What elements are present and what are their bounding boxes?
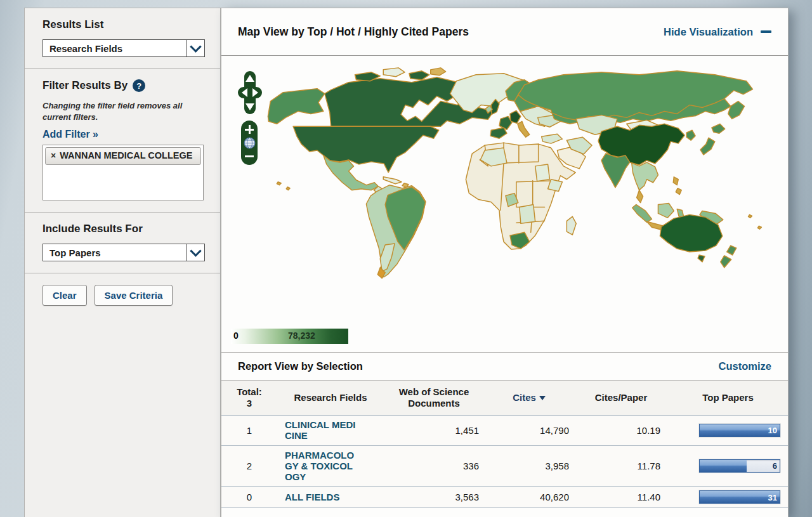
col-header-top-papers: Top Papers: [668, 392, 788, 403]
col-header-wos-documents: Web of Science Documents: [384, 386, 484, 409]
filter-chip[interactable]: × WANNAN MEDICAL COLLEGE: [45, 147, 201, 165]
include-results-select[interactable]: Top Papers: [43, 244, 205, 261]
plus-icon: [245, 125, 254, 134]
map-view-title: Map View by Top / Hot / Highly Cited Pap…: [238, 25, 469, 39]
report-header: Report View by Selection Customize: [221, 352, 788, 381]
row-rank: 1: [221, 425, 277, 436]
filter-title: Filter Results By: [43, 79, 128, 92]
include-results-section: Include Results For Top Papers: [25, 212, 220, 273]
row-cites: 14,790: [484, 425, 574, 436]
sort-desc-icon: [539, 396, 546, 400]
chevron-down-icon: [186, 244, 204, 261]
clear-button[interactable]: Clear: [43, 285, 87, 306]
globe-icon: [244, 137, 256, 149]
top-papers-bar: 6: [699, 459, 780, 473]
sidebar-buttons: Clear Save Criteria: [25, 273, 220, 317]
row-cites-per-paper: 11.40: [574, 492, 668, 502]
world-map[interactable]: [221, 56, 788, 352]
top-papers-value: 10: [768, 426, 777, 435]
research-field-link[interactable]: ALL FIELDS: [285, 492, 356, 502]
map-area: 0 78,232: [221, 56, 788, 352]
top-papers-bar: 10: [699, 424, 780, 437]
filter-note: Changing the filter field removes all cu…: [43, 100, 205, 122]
top-papers-bar: 31: [699, 490, 780, 504]
row-docs: 1,451: [384, 425, 484, 436]
top-papers-value: 31: [768, 492, 777, 502]
col-header-cites[interactable]: Cites: [484, 392, 574, 403]
filter-section: Filter Results By ? Changing the filter …: [25, 69, 220, 212]
col-header-cites-per-paper: Cites/Paper: [574, 392, 668, 403]
col-header-research-fields: Research Fields: [277, 392, 384, 403]
research-field-link[interactable]: CLINICAL MEDICINE: [285, 419, 356, 442]
row-cites: 3,958: [484, 461, 574, 471]
chevron-down-icon: [186, 40, 204, 56]
legend-min-value: 0: [233, 330, 239, 341]
globe-reset-button[interactable]: [243, 137, 256, 148]
row-rank: 2: [221, 461, 277, 471]
results-list-select[interactable]: Research Fields: [43, 39, 205, 57]
map-controls: [235, 70, 265, 165]
map-zoom-control: [241, 121, 258, 165]
table-row: 0 ALL FIELDS 3,563 40,620 11.40 31: [221, 487, 788, 508]
report-view-title: Report View by Selection: [238, 360, 363, 372]
minus-icon: [761, 30, 771, 33]
sidebar: Results List Research Fields Filter Resu…: [24, 8, 221, 517]
hide-visualization-link[interactable]: Hide Visualization: [664, 26, 771, 38]
col-header-total: Total: 3: [221, 386, 277, 409]
table-row: 1 CLINICAL MEDICINE 1,451 14,790 10.19 1…: [221, 416, 788, 446]
top-papers-value: 6: [773, 461, 777, 471]
main-panel: Map View by Top / Hot / Highly Cited Pap…: [221, 8, 789, 517]
map-pan-control[interactable]: [237, 70, 263, 115]
row-cites-per-paper: 11.78: [574, 461, 668, 471]
report-table: Total: 3 Research Fields Web of Science …: [221, 381, 788, 508]
help-icon[interactable]: ?: [133, 79, 145, 92]
research-field-link[interactable]: PHARMACOLOGY & TOXICOLOGY: [285, 450, 356, 483]
results-list-title: Results List: [43, 18, 205, 31]
filter-list: × WANNAN MEDICAL COLLEGE: [43, 145, 204, 200]
customize-link[interactable]: Customize: [719, 360, 771, 372]
map-header: Map View by Top / Hot / Highly Cited Pap…: [221, 8, 788, 56]
results-list-section: Results List Research Fields: [25, 8, 220, 69]
row-cites: 40,620: [484, 492, 574, 502]
filter-chip-label: WANNAN MEDICAL COLLEGE: [60, 150, 192, 161]
map-legend: 0 78,232: [231, 329, 348, 344]
add-filter-link[interactable]: Add Filter »: [43, 129, 98, 140]
zoom-in-button[interactable]: [243, 124, 256, 135]
minus-icon: [245, 155, 254, 157]
row-cites-per-paper: 10.19: [574, 425, 668, 436]
page: Results List Research Fields Filter Resu…: [0, 0, 812, 517]
zoom-out-button[interactable]: [243, 150, 256, 162]
results-list-select-value: Research Fields: [43, 43, 186, 54]
row-docs: 336: [384, 461, 484, 471]
remove-filter-icon[interactable]: ×: [51, 150, 56, 160]
row-rank: 0: [221, 492, 277, 502]
legend-max-value: 78,232: [288, 330, 315, 341]
save-criteria-button[interactable]: Save Criteria: [95, 285, 173, 306]
include-results-select-value: Top Papers: [43, 247, 186, 258]
table-header-row: Total: 3 Research Fields Web of Science …: [221, 381, 788, 416]
row-docs: 3,563: [384, 492, 484, 502]
include-results-title: Include Results For: [43, 223, 205, 235]
table-row: 2 PHARMACOLOGY & TOXICOLOGY 336 3,958 11…: [221, 446, 788, 487]
